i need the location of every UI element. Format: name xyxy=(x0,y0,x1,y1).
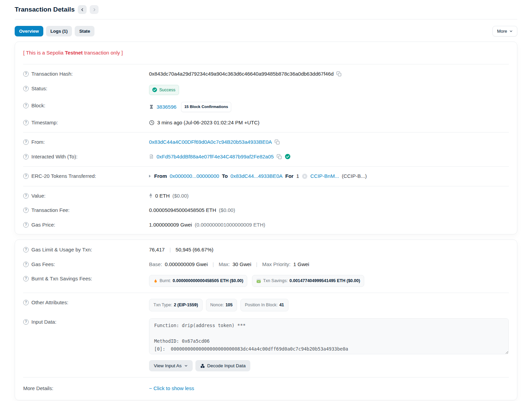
help-icon[interactable] xyxy=(23,300,29,305)
next-transaction-button[interactable] xyxy=(90,5,99,14)
details-card: Gas Limit & Usage by Txn: 76,417 | 50,94… xyxy=(15,240,517,400)
erc20-transfers-label: ERC-20 Tokens Transferred: xyxy=(31,172,96,180)
timestamp-value: 3 mins ago (Jul-06-2023 01:02:24 PM +UTC… xyxy=(157,119,260,127)
more-details-row: More Details: − Click to show less xyxy=(23,380,509,398)
input-data-textarea[interactable]: Function: drip(address token) *** Method… xyxy=(149,318,509,354)
burnt-badge-value: 0.000000000000458505 ETH ($0.00) xyxy=(173,278,243,284)
interacted-with-label: Interacted With (To): xyxy=(31,153,77,161)
transfer-amount: 1 xyxy=(296,172,299,180)
divider xyxy=(23,166,509,167)
transaction-fee-usd: ($0.00) xyxy=(219,206,235,214)
interacted-with-row: Interacted With (To): 0xFd57b4ddBf88a4e0… xyxy=(23,150,509,164)
copy-interacted-address-button[interactable] xyxy=(277,154,282,159)
minus-icon: − xyxy=(149,385,152,391)
other-attributes-label: Other Attributes: xyxy=(31,299,68,307)
gas-used-value: 50,945 (66.67%) xyxy=(176,246,213,254)
more-button[interactable]: More xyxy=(492,26,517,36)
max-fee-value: 30 Gwei xyxy=(233,261,251,268)
ethereum-icon xyxy=(149,193,152,199)
position-value: 41 xyxy=(279,302,284,308)
gas-limit-value: 76,417 xyxy=(149,246,165,254)
transfer-from-address-link[interactable]: 0x000000...00000000 xyxy=(170,172,219,180)
nonce-value: 105 xyxy=(225,302,233,308)
chevron-left-icon xyxy=(80,7,85,12)
gas-fees-label: Gas Fees: xyxy=(31,261,55,268)
overview-card: [ This is a Sepolia Testnet transaction … xyxy=(15,42,517,235)
copy-icon xyxy=(336,71,342,77)
decode-input-data-button[interactable]: Decode Input Data xyxy=(195,360,251,371)
money-wings-icon xyxy=(256,278,261,283)
txn-type-label: Txn Type: xyxy=(153,302,172,308)
copy-icon xyxy=(275,139,280,145)
status-badge-text: Success xyxy=(159,87,175,93)
status-badge: Success xyxy=(149,85,179,95)
from-row: From: 0x83dC44a4C00DFf69d0A0c7c94B20b53a… xyxy=(23,135,509,150)
transfer-for-word: For xyxy=(285,172,293,180)
show-less-link[interactable]: − Click to show less xyxy=(149,385,194,392)
tab-overview[interactable]: Overview xyxy=(15,26,43,36)
previous-transaction-button[interactable] xyxy=(78,5,87,14)
help-icon[interactable] xyxy=(23,319,29,325)
help-icon[interactable] xyxy=(23,207,29,213)
block-number-link[interactable]: 3836596 xyxy=(157,103,176,111)
status-label: Status: xyxy=(31,85,47,93)
tabs-bar: Overview Logs (1) State More xyxy=(15,26,517,36)
transaction-fee-value: 0.000050945000458505 ETH xyxy=(149,206,216,214)
token-name-link[interactable]: CCIP-BnM... xyxy=(310,172,339,180)
help-icon[interactable] xyxy=(23,154,29,159)
clock-icon xyxy=(149,120,154,125)
help-icon[interactable] xyxy=(23,193,29,199)
copy-from-address-button[interactable] xyxy=(275,139,280,145)
copy-transaction-hash-button[interactable] xyxy=(336,71,342,77)
txn-savings-badge: Txn Savings: 0.001477404999541495 ETH ($… xyxy=(252,275,364,287)
help-icon[interactable] xyxy=(23,139,29,145)
more-button-label: More xyxy=(497,29,507,34)
help-icon[interactable] xyxy=(23,120,29,125)
help-icon[interactable] xyxy=(23,103,29,108)
more-details-label: More Details: xyxy=(23,385,53,392)
decode-cubes-icon xyxy=(200,364,205,368)
divider xyxy=(23,186,509,186)
token-icon xyxy=(302,173,308,179)
copy-icon xyxy=(277,154,282,159)
separator: | xyxy=(256,261,257,268)
block-confirmations-badge: 15 Block Confirmations xyxy=(181,102,231,112)
divider xyxy=(23,132,509,133)
nonce-badge: Nonce: 105 xyxy=(206,299,237,311)
interacted-with-address-link[interactable]: 0xFd57b4ddBf88a4e07fF4e34C487b99af2Fe82a… xyxy=(157,153,274,161)
decode-input-data-label: Decode Input Data xyxy=(207,363,246,368)
help-icon[interactable] xyxy=(23,276,29,281)
view-input-as-button[interactable]: View Input As xyxy=(149,360,193,371)
burnt-fee-badge: Burnt: 0.000000000000458505 ETH ($0.00) xyxy=(149,275,247,287)
help-icon[interactable] xyxy=(23,71,29,77)
tab-state[interactable]: State xyxy=(75,26,94,36)
help-icon[interactable] xyxy=(23,247,29,252)
separator: | xyxy=(212,261,214,268)
separator: | xyxy=(169,246,171,254)
savings-badge-value: 0.001477404999541495 ETH ($0.00) xyxy=(290,278,360,284)
help-icon[interactable] xyxy=(23,86,29,91)
help-icon[interactable] xyxy=(23,262,29,267)
help-icon[interactable] xyxy=(23,222,29,228)
success-check-icon xyxy=(152,87,157,92)
from-address-link[interactable]: 0x83dC44a4C00DFf69d0A0c7c94B20b53a4933BE… xyxy=(149,138,272,146)
value-amount: 0 ETH xyxy=(155,192,170,200)
testnet-warning-bold: Testnet xyxy=(65,50,83,56)
burnt-savings-label: Burnt & Txn Savings Fees: xyxy=(31,275,92,283)
txn-type-value: 2 (EIP-1559) xyxy=(174,302,198,308)
transfer-expand-caret-icon[interactable] xyxy=(149,175,151,178)
block-row: Block: 3836596 15 Block Confirmations xyxy=(23,98,509,115)
input-data-row: Input Data: Function: drip(address token… xyxy=(23,315,509,375)
burnt-savings-row: Burnt & Txn Savings Fees: Burnt: 0.00000… xyxy=(23,272,509,290)
transfer-to-address-link[interactable]: 0x83dC44...4933BE0A xyxy=(231,172,283,180)
burnt-badge-label: Burnt: xyxy=(160,278,171,284)
transaction-hash-value: 0x843dc70a4a29d79234c49a904c363d6c46640a… xyxy=(149,70,334,78)
flame-icon xyxy=(153,278,158,283)
position-label: Position In Block: xyxy=(245,302,278,308)
chevron-down-icon xyxy=(184,364,188,368)
savings-badge-label: Txn Savings: xyxy=(263,278,287,284)
gas-price-eth: (0.000000001000000009 ETH) xyxy=(195,221,265,229)
tab-logs[interactable]: Logs (1) xyxy=(46,26,72,36)
help-icon[interactable] xyxy=(23,173,29,179)
max-priority-value: 1 Gwei xyxy=(293,261,309,268)
